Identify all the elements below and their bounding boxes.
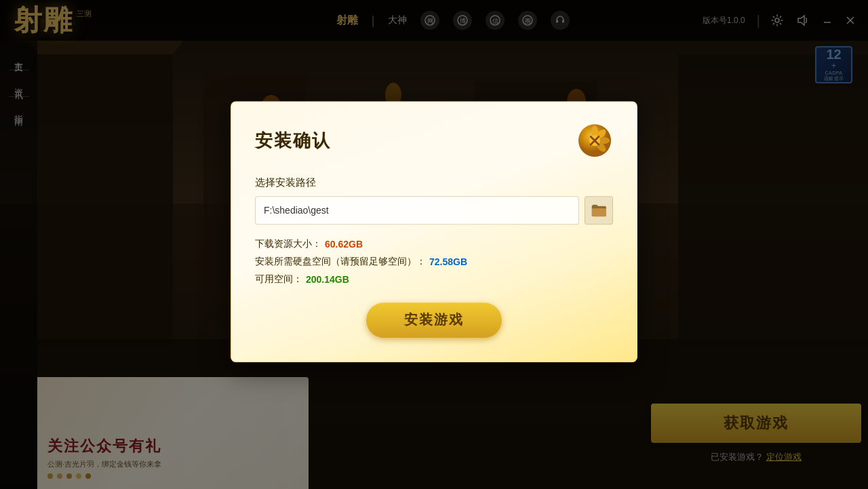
- path-label: 选择安装路径: [255, 176, 613, 189]
- download-size-label: 下载资源大小：: [255, 238, 321, 250]
- install-path-input[interactable]: [255, 196, 579, 224]
- path-input-row: [255, 196, 613, 224]
- dialog-close-button[interactable]: [576, 122, 613, 159]
- browse-folder-button[interactable]: [585, 196, 613, 224]
- install-game-button[interactable]: 安装游戏: [366, 302, 502, 338]
- download-size-value: 60.62GB: [325, 239, 363, 250]
- install-button-row: 安装游戏: [255, 302, 613, 338]
- disk-space-row: 安装所需硬盘空间（请预留足够空间）： 72.58GB: [255, 256, 613, 268]
- disk-space-label: 安装所需硬盘空间（请预留足够空间）：: [255, 256, 426, 268]
- dialog-header: 安装确认: [255, 122, 613, 159]
- disk-space-value: 72.58GB: [429, 256, 467, 267]
- available-space-value: 200.14GB: [306, 274, 349, 285]
- dialog-title: 安装确认: [255, 129, 331, 153]
- download-size-row: 下载资源大小： 60.62GB: [255, 238, 613, 250]
- install-dialog: 安装确认: [231, 101, 637, 362]
- available-space-row: 可用空间： 200.14GB: [255, 273, 613, 286]
- available-space-label: 可用空间：: [255, 273, 302, 286]
